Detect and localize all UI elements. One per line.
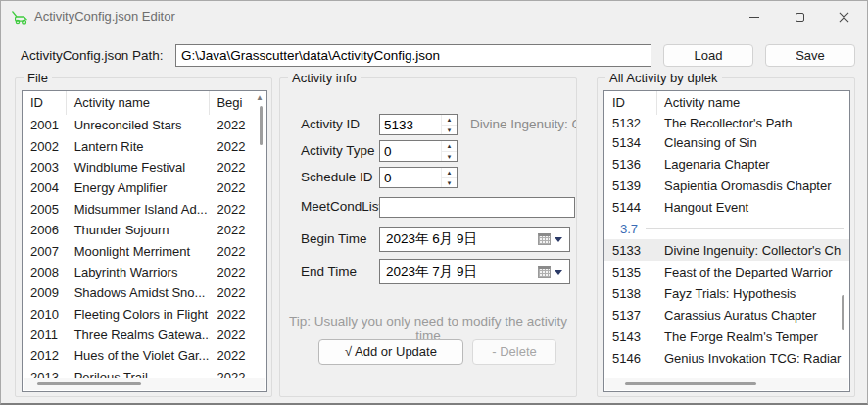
column-header-name[interactable]: Activity name xyxy=(67,91,211,115)
scroll-up-icon[interactable]: ▲ xyxy=(256,94,264,102)
cell-id: 5134 xyxy=(604,135,657,150)
maximize-button[interactable] xyxy=(777,1,822,32)
cell-begin: 2022 xyxy=(210,160,266,175)
cell-id: 5133 xyxy=(604,243,657,258)
column-header-name[interactable]: Activity name xyxy=(657,91,844,115)
cell-begin: 2022 xyxy=(210,265,266,279)
maximize-icon xyxy=(796,13,804,22)
table-row[interactable]: 5144Hangout Event xyxy=(604,196,849,218)
add-or-update-button[interactable]: √ Add or Update xyxy=(318,339,463,365)
titlebar[interactable]: ActivityConfig.json Editor xyxy=(1,1,867,32)
all-activity-table-header: ID Activity name xyxy=(604,91,849,115)
cell-name: Thunder Sojourn xyxy=(67,223,211,237)
table-row[interactable]: 2005Midsummer Island Ad...2022 xyxy=(23,199,266,220)
save-button[interactable]: Save xyxy=(765,44,855,67)
spin-down-icon[interactable]: ▼ xyxy=(442,126,457,135)
cell-begin: 2022 xyxy=(210,244,266,259)
spin-up-icon[interactable]: ▲ xyxy=(442,168,457,178)
file-table-header: ID Activity name Begi xyxy=(23,91,266,115)
schedule-id-input[interactable] xyxy=(380,168,441,187)
cell-begin: 2022 xyxy=(210,202,266,217)
table-row[interactable]: 2009Shadows Amidst Sno...2022 xyxy=(23,282,266,303)
column-header-id[interactable]: ID xyxy=(23,91,67,115)
delete-button[interactable]: - Delete xyxy=(472,339,556,365)
minimize-icon xyxy=(749,17,759,18)
table-row[interactable]: 2006Thunder Sojourn2022 xyxy=(23,220,266,240)
load-button[interactable]: Load xyxy=(663,44,753,67)
close-button[interactable] xyxy=(820,1,867,32)
table-row[interactable]: 5143The Forge Realm's Temper xyxy=(604,326,849,347)
activity-type-spinner[interactable]: ▲▼ xyxy=(379,140,458,162)
cell-id: 5135 xyxy=(604,265,657,279)
cell-name: Feast of the Departed Warrior xyxy=(657,265,844,279)
cell-id: 2003 xyxy=(23,160,67,175)
cell-begin: 2022 xyxy=(210,223,266,237)
table-row[interactable]: 2004Energy Amplifier2022 xyxy=(23,177,266,198)
cell-begin: 2022 xyxy=(210,139,266,154)
table-row[interactable]: 2007Moonlight Merriment2022 xyxy=(23,240,266,261)
all-activity-table: ID Activity name 5132The Recollector's P… xyxy=(603,90,850,392)
spin-down-icon[interactable]: ▼ xyxy=(442,178,457,188)
group-label: 3.7 xyxy=(604,222,638,236)
app-window: ActivityConfig.json Editor ActivityConfi… xyxy=(0,0,868,405)
vertical-scrollbar[interactable] xyxy=(260,106,263,145)
table-row[interactable]: 2003Windblume Festival2022 xyxy=(23,157,266,177)
cell-name: Lagenaria Chapter xyxy=(657,157,844,172)
table-row[interactable]: 2008Labyrinth Warriors2022 xyxy=(23,262,266,282)
activity-type-input[interactable] xyxy=(380,141,441,161)
column-header-id[interactable]: ID xyxy=(604,91,657,115)
cell-id: 5146 xyxy=(604,351,657,366)
table-row[interactable]: 5134Cleansing of Sin xyxy=(604,131,849,153)
spin-up-icon[interactable]: ▲ xyxy=(442,141,457,152)
dropdown-arrow-icon[interactable] xyxy=(555,237,562,242)
table-row[interactable]: 5146Genius Invokation TCG: Radiar xyxy=(604,347,849,369)
horizontal-scrollbar[interactable] xyxy=(625,382,756,385)
cell-id: 2005 xyxy=(23,202,67,217)
table-row[interactable]: 2001Unreconciled Stars2022 xyxy=(23,115,266,135)
meetcondlist-input[interactable] xyxy=(379,197,575,218)
cell-id: 2011 xyxy=(23,328,67,342)
table-row[interactable]: 5135Feast of the Departed Warrior xyxy=(604,261,849,282)
spinner-arrows[interactable]: ▲▼ xyxy=(441,115,457,134)
table-row[interactable]: 5133Divine Ingenuity: Collector's Ch xyxy=(604,239,849,261)
spin-up-icon[interactable]: ▲ xyxy=(442,115,457,126)
horizontal-scrollbar-track[interactable] xyxy=(24,378,265,390)
table-row[interactable]: 2010Fleeting Colors in Flight2022 xyxy=(23,304,266,325)
horizontal-scrollbar-track[interactable] xyxy=(605,378,848,390)
table-row[interactable]: 2012Hues of the Violet Gar...2022 xyxy=(23,345,266,366)
spin-down-icon[interactable]: ▼ xyxy=(442,152,457,162)
cell-id: 5138 xyxy=(604,286,657,301)
group-divider: 3.7 xyxy=(604,218,849,239)
activity-type-label: Activity Type xyxy=(301,140,375,162)
cell-name: Moonlight Merriment xyxy=(67,244,211,259)
vertical-scrollbar[interactable] xyxy=(842,295,844,330)
table-row[interactable]: 2002Lantern Rite2022 xyxy=(23,135,266,156)
cell-name: Divine Ingenuity: Collector's Ch xyxy=(657,243,844,258)
cell-name: Fayz Trials: Hypothesis xyxy=(657,286,844,301)
activity-id-input[interactable] xyxy=(380,115,441,134)
cell-name: Cleansing of Sin xyxy=(657,135,844,150)
table-row[interactable]: 5139Sapientia Oromasdis Chapter xyxy=(604,175,849,196)
cell-name: Labyrinth Warriors xyxy=(67,265,211,279)
path-input[interactable] xyxy=(175,44,651,67)
spinner-arrows[interactable]: ▲▼ xyxy=(441,141,457,161)
table-row[interactable]: 5137Carassius Auratus Chapter xyxy=(604,304,849,326)
table-row[interactable]: 5136Lagenaria Chapter xyxy=(604,153,849,175)
horizontal-scrollbar[interactable] xyxy=(37,382,141,385)
cell-begin: 2022 xyxy=(210,285,266,300)
end-time-picker[interactable]: 2023年 7月 9日 xyxy=(379,259,570,284)
table-row[interactable]: 5138Fayz Trials: Hypothesis xyxy=(604,282,849,304)
file-table-body: 2001Unreconciled Stars20222002Lantern Ri… xyxy=(23,115,266,387)
activity-id-spinner[interactable]: ▲▼ xyxy=(379,114,458,135)
cell-begin: 2022 xyxy=(210,328,266,342)
dropdown-arrow-icon[interactable] xyxy=(555,270,562,275)
begin-time-picker[interactable]: 2023年 6月 9日 xyxy=(379,227,570,252)
cell-id: 2010 xyxy=(23,307,67,322)
cell-begin: 2022 xyxy=(210,307,266,322)
schedule-id-label: Schedule ID xyxy=(301,167,373,188)
minimize-button[interactable] xyxy=(732,1,777,32)
spinner-arrows[interactable]: ▲▼ xyxy=(441,168,457,187)
table-row[interactable]: 5132The Recollector's Path xyxy=(604,115,849,131)
table-row[interactable]: 2011Three Realms Gatewa...2022 xyxy=(23,325,266,345)
schedule-id-spinner[interactable]: ▲▼ xyxy=(379,167,458,188)
